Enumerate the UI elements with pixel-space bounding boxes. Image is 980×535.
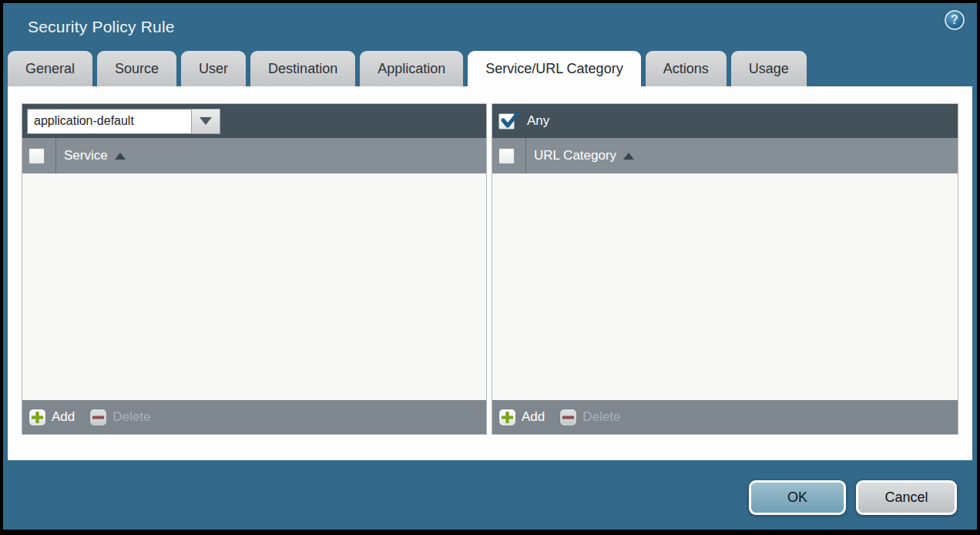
security-policy-rule-dialog: Security Policy Rule ? General Source Us… (3, 3, 977, 530)
service-column-header[interactable]: Service (64, 148, 108, 163)
tab-source[interactable]: Source (97, 51, 176, 86)
tab-user[interactable]: User (181, 51, 246, 86)
plus-icon (499, 409, 515, 426)
plus-icon (29, 409, 45, 426)
tab-label: Application (378, 61, 445, 77)
sort-asc-icon[interactable] (623, 153, 634, 160)
tab-content: Service Add Delete (8, 86, 972, 460)
delete-label: Delete (582, 409, 620, 425)
dialog-action-buttons: OK Cancel (749, 480, 957, 515)
url-category-list (492, 173, 958, 400)
add-label: Add (522, 409, 545, 425)
tab-label: Service/URL Category (485, 61, 623, 77)
tab-destination[interactable]: Destination (250, 51, 355, 86)
url-category-delete-button[interactable]: Delete (560, 409, 620, 426)
url-category-toolbar: Any (492, 104, 958, 138)
tab-usage[interactable]: Usage (731, 51, 807, 86)
service-panel: Service Add Delete (22, 103, 487, 435)
service-select-all-checkbox[interactable] (29, 148, 45, 164)
chevron-down-icon (200, 117, 212, 125)
any-label: Any (527, 113, 549, 129)
minus-icon (90, 409, 106, 426)
url-category-column-header-row: URL Category (492, 138, 958, 173)
any-checkbox[interactable] (498, 113, 515, 130)
tab-label: Actions (663, 61, 709, 77)
service-add-button[interactable]: Add (29, 409, 75, 426)
url-category-column-header[interactable]: URL Category (534, 148, 616, 163)
service-type-dropdown-button[interactable] (191, 109, 220, 134)
url-category-select-all-checkbox[interactable] (498, 148, 515, 164)
minus-icon (560, 409, 576, 426)
page-title: Security Policy Rule (28, 18, 175, 36)
cancel-button[interactable]: Cancel (856, 480, 957, 515)
title-bar: Security Policy Rule ? (3, 3, 977, 51)
tab-label: Usage (749, 61, 789, 77)
service-column-header-row: Service (22, 138, 486, 173)
tab-actions[interactable]: Actions (646, 51, 727, 86)
service-toolbar (22, 104, 486, 138)
header-divider (55, 138, 56, 173)
tab-label: Source (115, 61, 159, 77)
url-category-panel: Any URL Category Add (492, 103, 958, 435)
help-icon[interactable]: ? (945, 10, 965, 30)
url-category-footer: Add Delete (492, 400, 958, 434)
tab-service-url-category[interactable]: Service/URL Category (468, 51, 640, 86)
tab-label: Destination (268, 61, 337, 77)
tab-label: General (25, 61, 75, 77)
sort-asc-icon[interactable] (115, 153, 126, 160)
delete-label: Delete (112, 409, 150, 425)
service-list (22, 173, 486, 400)
tab-general[interactable]: General (8, 51, 92, 86)
tab-strip: General Source User Destination Applicat… (8, 51, 811, 86)
service-footer: Add Delete (22, 400, 486, 434)
service-type-input[interactable] (27, 109, 191, 134)
header-divider (525, 138, 526, 173)
url-category-add-button[interactable]: Add (499, 409, 545, 426)
service-delete-button[interactable]: Delete (90, 409, 150, 426)
add-label: Add (52, 409, 75, 425)
service-type-dropdown[interactable] (27, 109, 220, 134)
tab-application[interactable]: Application (360, 51, 463, 86)
ok-button[interactable]: OK (749, 480, 846, 515)
tab-label: User (199, 61, 228, 77)
